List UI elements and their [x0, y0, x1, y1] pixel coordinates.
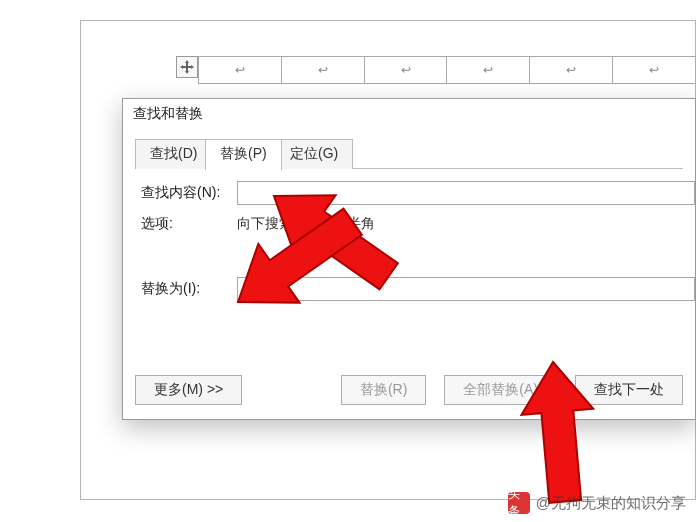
find-next-button[interactable]: 查找下一处	[575, 375, 683, 405]
dialog-button-row: 更多(M) >> 替换(R) 全部替换(A) 查找下一处	[123, 375, 695, 405]
options-value: 向下搜索, 区分全/半角	[237, 215, 375, 233]
watermark-logo-icon: 头条	[508, 492, 530, 514]
replace-with-input[interactable]	[237, 277, 695, 301]
options-label: 选项:	[141, 215, 237, 233]
replace-with-label: 替换为(I):	[141, 280, 237, 298]
document-table[interactable]: ↩ ↩ ↩ ↩ ↩ ↩	[198, 56, 696, 84]
tab-replace[interactable]: 替换(P)	[205, 139, 282, 170]
find-content-label: 查找内容(N):	[141, 184, 237, 202]
table-cell[interactable]: ↩	[447, 56, 530, 84]
find-replace-dialog: 查找和替换 查找(D) 替换(P) 定位(G) 查找内容(N): 选项: 向下搜…	[122, 98, 696, 420]
table-move-handle[interactable]	[176, 56, 198, 78]
dialog-title: 查找和替换	[123, 99, 695, 129]
replace-button[interactable]: 替换(R)	[341, 375, 426, 405]
tab-find[interactable]: 查找(D)	[135, 139, 212, 169]
table-cell[interactable]: ↩	[282, 56, 365, 84]
tab-bar: 查找(D) 替换(P) 定位(G)	[135, 139, 683, 169]
table-cell[interactable]: ↩	[530, 56, 613, 84]
app-background: ↩ ↩ ↩ ↩ ↩ ↩ 查找和替换 查找(D) 替换(P) 定位(G) 查找内容…	[0, 0, 696, 522]
find-content-input[interactable]	[237, 181, 695, 205]
table-cell[interactable]: ↩	[198, 56, 282, 84]
replace-all-button[interactable]: 全部替换(A)	[444, 375, 557, 405]
table-cell[interactable]: ↩	[613, 56, 696, 84]
table-cell[interactable]: ↩	[365, 56, 448, 84]
dialog-body: 查找内容(N): 选项: 向下搜索, 区分全/半角 替换为(I):	[123, 169, 695, 301]
tab-goto[interactable]: 定位(G)	[275, 139, 353, 169]
watermark-text: @无拘无束的知识分享	[536, 494, 686, 513]
more-button[interactable]: 更多(M) >>	[135, 375, 242, 405]
watermark: 头条 @无拘无束的知识分享	[508, 492, 686, 514]
